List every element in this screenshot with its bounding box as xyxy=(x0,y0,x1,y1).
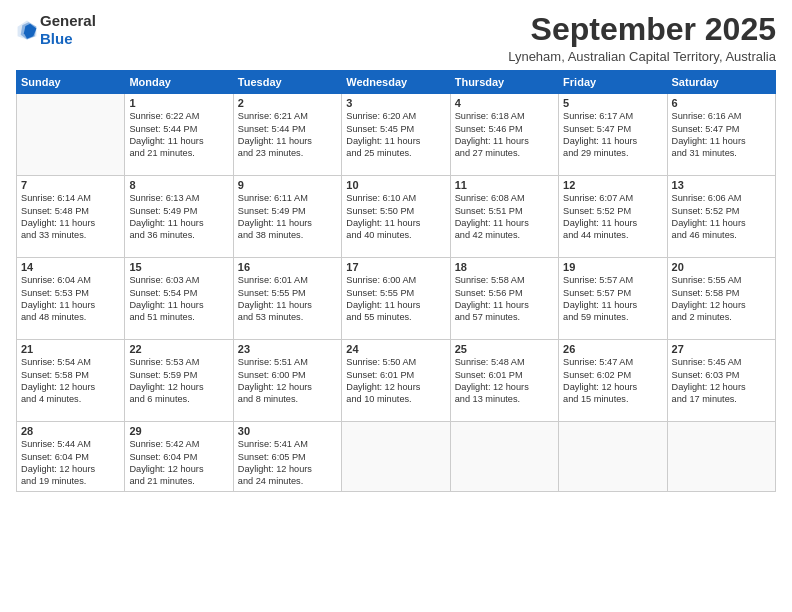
day-info: Sunrise: 5:41 AM Sunset: 6:05 PM Dayligh… xyxy=(238,438,337,488)
day-info: Sunrise: 6:21 AM Sunset: 5:44 PM Dayligh… xyxy=(238,110,337,160)
day-info: Sunrise: 5:55 AM Sunset: 5:58 PM Dayligh… xyxy=(672,274,771,324)
day-info: Sunrise: 6:03 AM Sunset: 5:54 PM Dayligh… xyxy=(129,274,228,324)
calendar-cell: 14Sunrise: 6:04 AM Sunset: 5:53 PM Dayli… xyxy=(17,258,125,340)
month-title: September 2025 xyxy=(508,12,776,47)
logo-text: General Blue xyxy=(40,12,96,48)
day-number: 10 xyxy=(346,179,445,191)
day-number: 19 xyxy=(563,261,662,273)
calendar-cell xyxy=(450,422,558,492)
day-info: Sunrise: 5:44 AM Sunset: 6:04 PM Dayligh… xyxy=(21,438,120,488)
day-info: Sunrise: 5:42 AM Sunset: 6:04 PM Dayligh… xyxy=(129,438,228,488)
day-info: Sunrise: 5:47 AM Sunset: 6:02 PM Dayligh… xyxy=(563,356,662,406)
calendar-cell: 27Sunrise: 5:45 AM Sunset: 6:03 PM Dayli… xyxy=(667,340,775,422)
calendar-cell xyxy=(17,94,125,176)
calendar-cell: 30Sunrise: 5:41 AM Sunset: 6:05 PM Dayli… xyxy=(233,422,341,492)
day-info: Sunrise: 6:10 AM Sunset: 5:50 PM Dayligh… xyxy=(346,192,445,242)
day-info: Sunrise: 5:48 AM Sunset: 6:01 PM Dayligh… xyxy=(455,356,554,406)
day-number: 16 xyxy=(238,261,337,273)
logo-icon xyxy=(16,19,38,41)
day-number: 7 xyxy=(21,179,120,191)
day-info: Sunrise: 6:06 AM Sunset: 5:52 PM Dayligh… xyxy=(672,192,771,242)
calendar-cell: 1Sunrise: 6:22 AM Sunset: 5:44 PM Daylig… xyxy=(125,94,233,176)
calendar-cell: 9Sunrise: 6:11 AM Sunset: 5:49 PM Daylig… xyxy=(233,176,341,258)
day-info: Sunrise: 6:08 AM Sunset: 5:51 PM Dayligh… xyxy=(455,192,554,242)
calendar-cell: 2Sunrise: 6:21 AM Sunset: 5:44 PM Daylig… xyxy=(233,94,341,176)
day-number: 30 xyxy=(238,425,337,437)
day-number: 23 xyxy=(238,343,337,355)
location-title: Lyneham, Australian Capital Territory, A… xyxy=(508,49,776,64)
day-number: 27 xyxy=(672,343,771,355)
calendar-cell: 26Sunrise: 5:47 AM Sunset: 6:02 PM Dayli… xyxy=(559,340,667,422)
day-info: Sunrise: 6:17 AM Sunset: 5:47 PM Dayligh… xyxy=(563,110,662,160)
calendar-week-1: 1Sunrise: 6:22 AM Sunset: 5:44 PM Daylig… xyxy=(17,94,776,176)
calendar-cell: 8Sunrise: 6:13 AM Sunset: 5:49 PM Daylig… xyxy=(125,176,233,258)
day-info: Sunrise: 6:16 AM Sunset: 5:47 PM Dayligh… xyxy=(672,110,771,160)
calendar-cell: 16Sunrise: 6:01 AM Sunset: 5:55 PM Dayli… xyxy=(233,258,341,340)
weekday-header-row: SundayMondayTuesdayWednesdayThursdayFrid… xyxy=(17,71,776,94)
calendar-cell: 11Sunrise: 6:08 AM Sunset: 5:51 PM Dayli… xyxy=(450,176,558,258)
day-number: 18 xyxy=(455,261,554,273)
calendar-cell: 15Sunrise: 6:03 AM Sunset: 5:54 PM Dayli… xyxy=(125,258,233,340)
day-info: Sunrise: 6:04 AM Sunset: 5:53 PM Dayligh… xyxy=(21,274,120,324)
calendar-cell: 12Sunrise: 6:07 AM Sunset: 5:52 PM Dayli… xyxy=(559,176,667,258)
calendar-cell: 18Sunrise: 5:58 AM Sunset: 5:56 PM Dayli… xyxy=(450,258,558,340)
day-number: 21 xyxy=(21,343,120,355)
day-number: 2 xyxy=(238,97,337,109)
calendar-cell: 20Sunrise: 5:55 AM Sunset: 5:58 PM Dayli… xyxy=(667,258,775,340)
calendar-cell: 7Sunrise: 6:14 AM Sunset: 5:48 PM Daylig… xyxy=(17,176,125,258)
calendar-cell: 5Sunrise: 6:17 AM Sunset: 5:47 PM Daylig… xyxy=(559,94,667,176)
day-number: 4 xyxy=(455,97,554,109)
calendar-week-5: 28Sunrise: 5:44 AM Sunset: 6:04 PM Dayli… xyxy=(17,422,776,492)
calendar-week-3: 14Sunrise: 6:04 AM Sunset: 5:53 PM Dayli… xyxy=(17,258,776,340)
header: General Blue September 2025 Lyneham, Aus… xyxy=(16,12,776,64)
day-number: 20 xyxy=(672,261,771,273)
day-info: Sunrise: 5:54 AM Sunset: 5:58 PM Dayligh… xyxy=(21,356,120,406)
calendar-cell: 29Sunrise: 5:42 AM Sunset: 6:04 PM Dayli… xyxy=(125,422,233,492)
calendar-cell: 28Sunrise: 5:44 AM Sunset: 6:04 PM Dayli… xyxy=(17,422,125,492)
weekday-header-thursday: Thursday xyxy=(450,71,558,94)
calendar-cell: 13Sunrise: 6:06 AM Sunset: 5:52 PM Dayli… xyxy=(667,176,775,258)
logo-general: General xyxy=(40,12,96,29)
day-number: 28 xyxy=(21,425,120,437)
day-info: Sunrise: 5:57 AM Sunset: 5:57 PM Dayligh… xyxy=(563,274,662,324)
day-info: Sunrise: 6:14 AM Sunset: 5:48 PM Dayligh… xyxy=(21,192,120,242)
day-number: 29 xyxy=(129,425,228,437)
day-number: 15 xyxy=(129,261,228,273)
weekday-header-sunday: Sunday xyxy=(17,71,125,94)
title-block: September 2025 Lyneham, Australian Capit… xyxy=(508,12,776,64)
day-info: Sunrise: 5:51 AM Sunset: 6:00 PM Dayligh… xyxy=(238,356,337,406)
day-number: 22 xyxy=(129,343,228,355)
day-number: 5 xyxy=(563,97,662,109)
day-number: 25 xyxy=(455,343,554,355)
calendar-cell: 22Sunrise: 5:53 AM Sunset: 5:59 PM Dayli… xyxy=(125,340,233,422)
day-info: Sunrise: 5:45 AM Sunset: 6:03 PM Dayligh… xyxy=(672,356,771,406)
day-number: 6 xyxy=(672,97,771,109)
day-number: 11 xyxy=(455,179,554,191)
day-info: Sunrise: 5:58 AM Sunset: 5:56 PM Dayligh… xyxy=(455,274,554,324)
calendar-cell: 25Sunrise: 5:48 AM Sunset: 6:01 PM Dayli… xyxy=(450,340,558,422)
day-info: Sunrise: 6:07 AM Sunset: 5:52 PM Dayligh… xyxy=(563,192,662,242)
day-info: Sunrise: 6:18 AM Sunset: 5:46 PM Dayligh… xyxy=(455,110,554,160)
calendar-cell: 21Sunrise: 5:54 AM Sunset: 5:58 PM Dayli… xyxy=(17,340,125,422)
day-info: Sunrise: 5:50 AM Sunset: 6:01 PM Dayligh… xyxy=(346,356,445,406)
weekday-header-saturday: Saturday xyxy=(667,71,775,94)
calendar-cell xyxy=(559,422,667,492)
day-number: 14 xyxy=(21,261,120,273)
calendar-cell: 10Sunrise: 6:10 AM Sunset: 5:50 PM Dayli… xyxy=(342,176,450,258)
calendar-cell xyxy=(342,422,450,492)
calendar-cell: 17Sunrise: 6:00 AM Sunset: 5:55 PM Dayli… xyxy=(342,258,450,340)
day-number: 9 xyxy=(238,179,337,191)
calendar-cell xyxy=(667,422,775,492)
day-number: 12 xyxy=(563,179,662,191)
logo-blue: Blue xyxy=(40,30,73,47)
day-number: 8 xyxy=(129,179,228,191)
calendar-cell: 6Sunrise: 6:16 AM Sunset: 5:47 PM Daylig… xyxy=(667,94,775,176)
logo: General Blue xyxy=(16,12,96,48)
day-info: Sunrise: 6:00 AM Sunset: 5:55 PM Dayligh… xyxy=(346,274,445,324)
day-number: 17 xyxy=(346,261,445,273)
calendar-cell: 3Sunrise: 6:20 AM Sunset: 5:45 PM Daylig… xyxy=(342,94,450,176)
day-info: Sunrise: 6:22 AM Sunset: 5:44 PM Dayligh… xyxy=(129,110,228,160)
day-number: 1 xyxy=(129,97,228,109)
calendar-table: SundayMondayTuesdayWednesdayThursdayFrid… xyxy=(16,70,776,492)
weekday-header-tuesday: Tuesday xyxy=(233,71,341,94)
